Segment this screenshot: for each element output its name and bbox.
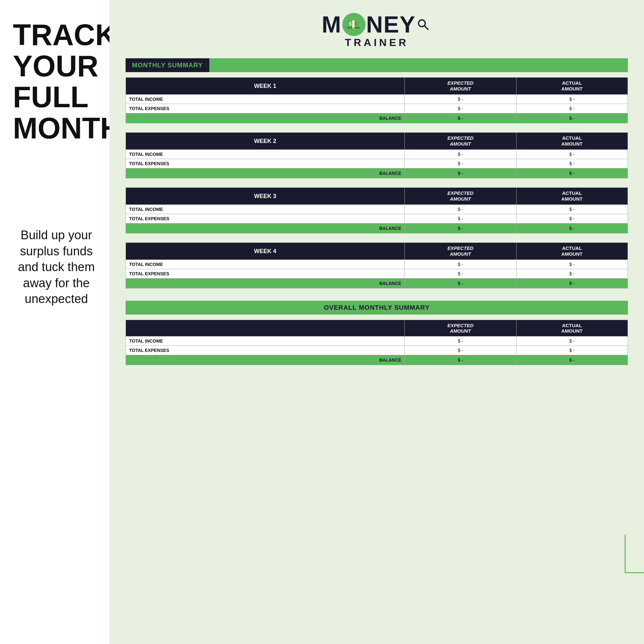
overall-actual-header: ACTUALAMOUNT xyxy=(516,320,628,336)
balance-expected: $ - xyxy=(405,113,516,123)
col-actual-header: ACTUALAMOUNT xyxy=(516,243,628,260)
actual-value: $ - xyxy=(516,95,628,104)
expected-value: $ - xyxy=(405,150,516,159)
balance-row: BALANCE$ -$ - xyxy=(126,113,628,123)
overall-container: EXPECTEDAMOUNTACTUALAMOUNTTOTAL INCOME$ … xyxy=(126,320,628,365)
logo-subtitle: TRAINER xyxy=(345,37,409,49)
row-label: TOTAL EXPENSES xyxy=(126,159,405,168)
overall-balance-expected: $ - xyxy=(405,355,516,365)
actual-value: $ - xyxy=(516,214,628,223)
table-row: TOTAL INCOME$ -$ - xyxy=(126,336,628,346)
week-block: WEEK 4EXPECTEDAMOUNTACTUALAMOUNTTOTAL IN… xyxy=(126,242,628,289)
row-label: TOTAL EXPENSES xyxy=(126,346,405,355)
col-expected-header: EXPECTEDAMOUNT xyxy=(405,188,516,205)
week-table: WEEK 1EXPECTEDAMOUNTACTUALAMOUNTTOTAL IN… xyxy=(126,77,628,123)
right-panel: M 💵 NEY TRAINER MONTHLY SUMMARY WEEK 1EX… xyxy=(109,0,644,644)
logo-ney: NEY xyxy=(366,13,416,36)
headline: TRACKYOURFULLMONTH xyxy=(13,19,100,144)
expected-value: $ - xyxy=(405,346,516,355)
logo-money-icon: 💵 xyxy=(346,19,361,30)
balance-actual: $ - xyxy=(516,113,628,123)
expected-value: $ - xyxy=(405,214,516,223)
row-label: TOTAL EXPENSES xyxy=(126,104,405,113)
monthly-summary-label: MONTHLY SUMMARY xyxy=(132,62,203,69)
balance-row: BALANCE$ -$ - xyxy=(126,168,628,178)
actual-value: $ - xyxy=(516,269,628,279)
week-block: WEEK 3EXPECTEDAMOUNTACTUALAMOUNTTOTAL IN… xyxy=(126,187,628,233)
table-row: TOTAL EXPENSES$ -$ - xyxy=(126,269,628,279)
expected-value: $ - xyxy=(405,205,516,214)
week-table: WEEK 2EXPECTEDAMOUNTACTUALAMOUNTTOTAL IN… xyxy=(126,132,628,178)
col-actual-header: ACTUALAMOUNT xyxy=(516,78,628,95)
week-table: WEEK 4EXPECTEDAMOUNTACTUALAMOUNTTOTAL IN… xyxy=(126,242,628,289)
actual-value: $ - xyxy=(516,260,628,269)
actual-value: $ - xyxy=(516,159,628,168)
magnifier-icon xyxy=(417,18,429,31)
week-block: WEEK 2EXPECTEDAMOUNTACTUALAMOUNTTOTAL IN… xyxy=(126,132,628,178)
overall-balance-actual: $ - xyxy=(516,355,628,365)
expected-value: $ - xyxy=(405,159,516,168)
balance-label: BALANCE xyxy=(126,279,405,289)
balance-row: BALANCE$ -$ - xyxy=(126,223,628,233)
overall-table: EXPECTEDAMOUNTACTUALAMOUNTTOTAL INCOME$ … xyxy=(126,320,628,365)
expected-value: $ - xyxy=(405,260,516,269)
expected-value: $ - xyxy=(405,336,516,346)
week-name-header: WEEK 4 xyxy=(126,243,405,260)
row-label: TOTAL INCOME xyxy=(126,95,405,104)
balance-actual: $ - xyxy=(516,279,628,289)
table-row: TOTAL INCOME$ -$ - xyxy=(126,260,628,269)
balance-actual: $ - xyxy=(516,168,628,178)
balance-label: BALANCE xyxy=(126,168,405,178)
row-label: TOTAL EXPENSES xyxy=(126,214,405,223)
logo-area: M 💵 NEY TRAINER xyxy=(322,13,432,49)
left-panel: TRACKYOURFULLMONTH Build up your surplus… xyxy=(0,0,109,644)
expected-value: $ - xyxy=(405,269,516,279)
week-table: WEEK 3EXPECTEDAMOUNTACTUALAMOUNTTOTAL IN… xyxy=(126,187,628,233)
balance-actual: $ - xyxy=(516,223,628,233)
table-row: TOTAL INCOME$ -$ - xyxy=(126,95,628,104)
monthly-summary-header: MONTHLY SUMMARY xyxy=(126,58,628,72)
week-name-header: WEEK 2 xyxy=(126,133,405,150)
actual-value: $ - xyxy=(516,104,628,113)
expected-value: $ - xyxy=(405,104,516,113)
row-label: TOTAL INCOME xyxy=(126,336,405,346)
balance-expected: $ - xyxy=(405,279,516,289)
table-row: TOTAL EXPENSES$ -$ - xyxy=(126,159,628,168)
balance-label: BALANCE xyxy=(126,113,405,123)
logo-m: M xyxy=(322,13,342,36)
monthly-summary-dark-bar: MONTHLY SUMMARY xyxy=(126,58,209,72)
col-actual-header: ACTUALAMOUNT xyxy=(516,188,628,205)
row-label: TOTAL INCOME xyxy=(126,150,405,159)
table-row: TOTAL INCOME$ -$ - xyxy=(126,150,628,159)
weeks-container: WEEK 1EXPECTEDAMOUNTACTUALAMOUNTTOTAL IN… xyxy=(126,77,628,298)
row-label: TOTAL INCOME xyxy=(126,205,405,214)
overall-expected-header: EXPECTEDAMOUNT xyxy=(405,320,516,336)
overall-header: OVERALL MONTHLY SUMMARY xyxy=(126,301,628,315)
overall-balance-label: BALANCE xyxy=(126,355,405,365)
balance-label: BALANCE xyxy=(126,223,405,233)
balance-expected: $ - xyxy=(405,168,516,178)
col-actual-header: ACTUALAMOUNT xyxy=(516,133,628,150)
actual-value: $ - xyxy=(516,336,628,346)
table-row: TOTAL INCOME$ -$ - xyxy=(126,205,628,214)
overall-balance-row: BALANCE$ -$ - xyxy=(126,355,628,365)
table-row: TOTAL EXPENSES$ -$ - xyxy=(126,214,628,223)
overall-section: OVERALL MONTHLY SUMMARY EXPECTEDAMOUNTAC… xyxy=(126,301,628,365)
svg-line-1 xyxy=(424,26,428,29)
table-row: TOTAL EXPENSES$ -$ - xyxy=(126,104,628,113)
tagline: Build up your surplus funds and tuck the… xyxy=(13,227,100,307)
corner-decoration xyxy=(625,535,644,573)
week-name-header: WEEK 1 xyxy=(126,78,405,95)
balance-row: BALANCE$ -$ - xyxy=(126,279,628,289)
monthly-summary-green-bar xyxy=(209,58,628,72)
logo-o-circle: 💵 xyxy=(342,13,365,36)
row-label: TOTAL INCOME xyxy=(126,260,405,269)
actual-value: $ - xyxy=(516,205,628,214)
col-expected-header: EXPECTEDAMOUNT xyxy=(405,133,516,150)
balance-expected: $ - xyxy=(405,223,516,233)
col-expected-header: EXPECTEDAMOUNT xyxy=(405,78,516,95)
week-block: WEEK 1EXPECTEDAMOUNTACTUALAMOUNTTOTAL IN… xyxy=(126,77,628,123)
actual-value: $ - xyxy=(516,346,628,355)
overall-header-label: OVERALL MONTHLY SUMMARY xyxy=(132,304,621,311)
logo-text: M 💵 NEY xyxy=(322,13,432,36)
